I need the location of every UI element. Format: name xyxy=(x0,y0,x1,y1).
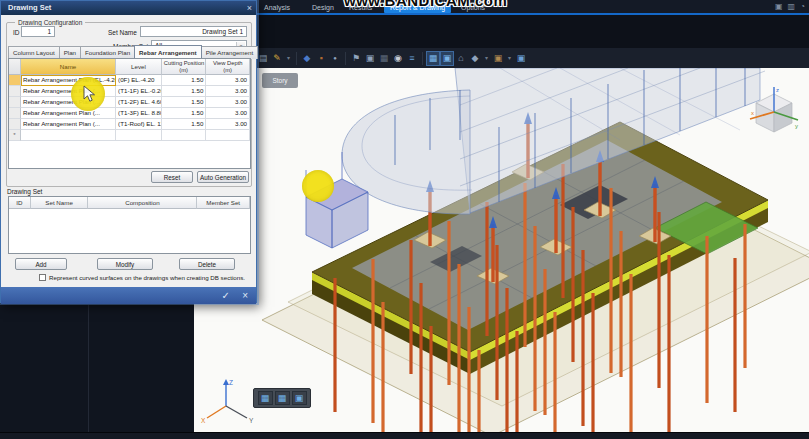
story-button[interactable]: Story xyxy=(262,73,298,88)
cell-level[interactable]: (0F) EL.-4.20 xyxy=(116,75,162,86)
monitor-icon[interactable]: ▣ xyxy=(775,2,783,12)
curved-surfaces-option[interactable]: Represent curved surfaces on the drawing… xyxy=(39,274,245,281)
new-row[interactable]: * xyxy=(9,130,250,141)
stats-icon[interactable]: ▥ xyxy=(788,2,796,12)
pencil-icon[interactable]: ✎ xyxy=(271,52,283,65)
id-field[interactable]: 1 xyxy=(21,26,55,37)
cell-view-depth[interactable]: 3.00 xyxy=(206,75,250,86)
render-icon[interactable]: ◆ xyxy=(469,52,481,65)
status-bar xyxy=(0,432,809,439)
clock-icon[interactable]: ◔ xyxy=(800,2,805,12)
dialog-close-icon[interactable]: × xyxy=(247,1,252,15)
delete-button[interactable]: Delete xyxy=(179,258,235,270)
pencil-caret-icon[interactable]: ▾ xyxy=(285,52,292,65)
composition-column-header[interactable]: Composition xyxy=(88,197,197,209)
points-icon[interactable]: ◆ xyxy=(301,52,313,65)
cell-level[interactable]: (T1-1F) EL.-0.20 xyxy=(116,86,162,97)
cell-cutting-position[interactable]: 1.50 xyxy=(162,75,207,86)
cell-name[interactable]: Rebar Arrangement Plan (... xyxy=(21,108,116,119)
table-row[interactable]: Rebar Arrangement Plan (EL.-4.20) (0F) E… xyxy=(9,75,250,86)
row-selector[interactable] xyxy=(9,119,21,130)
drawing-set-section-title: Drawing Set xyxy=(7,188,42,195)
cell-level[interactable] xyxy=(116,130,162,141)
model-viewport[interactable]: Story z x y Z X Y ▦ ▦ ▣ xyxy=(194,68,809,432)
cell-view-depth[interactable]: 3.00 xyxy=(206,119,250,130)
select-icon[interactable]: ▤ xyxy=(257,52,269,65)
menu-design[interactable]: Design xyxy=(306,2,340,13)
auto-generation-button[interactable]: Auto Generation xyxy=(197,171,249,183)
group-title: Drawing Configuration xyxy=(15,19,85,26)
table-row[interactable]: Rebar Arrangement Plan (... (T1-1F) EL.-… xyxy=(9,86,250,97)
cutting-position-column-header[interactable]: Cutting Position(m) xyxy=(162,59,207,75)
export-icon[interactable]: ▣ xyxy=(492,52,504,65)
system-icons: ▣ ▥ ◔ xyxy=(775,2,805,12)
reset-button[interactable]: Reset xyxy=(151,171,193,183)
modify-button[interactable]: Modify xyxy=(97,258,153,270)
cancel-x-icon[interactable]: × xyxy=(242,290,248,301)
row-selector-header xyxy=(9,59,21,75)
view-depth-column-header[interactable]: View Depth(m) xyxy=(206,59,250,75)
name-column-header[interactable]: Name xyxy=(21,59,116,75)
cell-cutting-position[interactable]: 1.50 xyxy=(162,97,207,108)
row-selector[interactable] xyxy=(9,108,21,119)
cell-cutting-position[interactable] xyxy=(162,130,207,141)
menu-analysis[interactable]: Analysis xyxy=(258,2,296,13)
id-label: ID xyxy=(13,29,20,36)
app-window: Analysis Design Results Report & Drawing… xyxy=(0,0,809,439)
member-icon[interactable]: ▪ xyxy=(315,52,327,65)
table-row[interactable]: Rebar Arrangement Plan (... (T1-Roof) EL… xyxy=(9,119,250,130)
plan-view-icon[interactable]: ▦ xyxy=(427,52,439,65)
row-selector[interactable] xyxy=(9,86,21,97)
cell-cutting-position[interactable]: 1.50 xyxy=(162,108,207,119)
node-icon[interactable]: ● xyxy=(329,52,341,65)
grid-icon[interactable]: ▦ xyxy=(378,52,390,65)
elevation-view-icon[interactable]: ▣ xyxy=(441,52,453,65)
story-view-icon[interactable]: ▦ xyxy=(258,391,273,405)
click-highlight-circle xyxy=(302,170,334,202)
structural-model xyxy=(194,68,809,432)
cell-name[interactable] xyxy=(21,130,116,141)
cell-view-depth[interactable] xyxy=(206,130,250,141)
flag-icon[interactable]: ⚑ xyxy=(350,52,362,65)
cell-level[interactable]: (T1-2F) EL. 4.60 xyxy=(116,97,162,108)
set-name-column-header[interactable]: Set Name xyxy=(31,197,89,209)
id-column-header[interactable]: ID xyxy=(9,197,31,209)
iso-view-icon[interactable]: ▣ xyxy=(292,391,307,405)
display-icon[interactable]: ▣ xyxy=(515,52,527,65)
view-cube[interactable]: z x y xyxy=(748,84,802,136)
drawing-set-table: ID Set Name Composition Member Set xyxy=(8,196,251,254)
toolbar-separator xyxy=(296,52,297,65)
table-header-row: ID Set Name Composition Member Set xyxy=(9,197,250,209)
cell-cutting-position[interactable]: 1.50 xyxy=(162,86,207,97)
checkbox[interactable] xyxy=(39,274,46,281)
rebar-plan-table: Name Level Cutting Position(m) View Dept… xyxy=(8,58,251,169)
cube-x-label: x xyxy=(751,110,754,116)
drawing-set-dialog: Drawing Set × Drawing Configuration ID 1… xyxy=(0,0,257,303)
row-selector[interactable] xyxy=(9,97,21,108)
target-icon[interactable]: ◉ xyxy=(392,52,404,65)
member-set-column-header[interactable]: Member Set xyxy=(197,197,250,209)
cell-cutting-position[interactable]: 1.50 xyxy=(162,119,207,130)
list-icon[interactable]: ≡ xyxy=(406,52,418,65)
export-caret-icon[interactable]: ▾ xyxy=(506,52,513,65)
cell-view-depth[interactable]: 3.00 xyxy=(206,108,250,119)
cell-view-depth[interactable]: 3.00 xyxy=(206,97,250,108)
tab-rebar-arrangement[interactable]: Rebar Arrangement xyxy=(134,45,202,58)
plan-cut-icon[interactable]: ▦ xyxy=(275,391,290,405)
add-button[interactable]: Add xyxy=(15,258,67,270)
render-caret-icon[interactable]: ▾ xyxy=(483,52,490,65)
row-selector[interactable] xyxy=(9,75,21,86)
model-view-icon[interactable]: ⌂ xyxy=(455,52,467,65)
ok-check-icon[interactable]: ✓ xyxy=(222,290,230,301)
cell-level[interactable]: (T1-Roof) EL. 11.59 xyxy=(116,119,162,130)
table-row[interactable]: Rebar Arrangement Plan (... (T1-3F) EL. … xyxy=(9,108,250,119)
view-mode-toolbar: ▦ ▦ ▣ xyxy=(253,388,311,408)
cell-name[interactable]: Rebar Arrangement Plan (... xyxy=(21,119,116,130)
cell-view-depth[interactable]: 3.00 xyxy=(206,86,250,97)
cursor-highlight-circle xyxy=(71,77,105,111)
section-icon[interactable]: ▣ xyxy=(364,52,376,65)
table-row[interactable]: Rebar Arrangement Plan (... (T1-2F) EL. … xyxy=(9,97,250,108)
level-column-header[interactable]: Level xyxy=(116,59,162,75)
cell-level[interactable]: (T1-3F) EL. 8.80 xyxy=(116,108,162,119)
set-name-field[interactable]: Drawing Set 1 xyxy=(140,26,247,37)
